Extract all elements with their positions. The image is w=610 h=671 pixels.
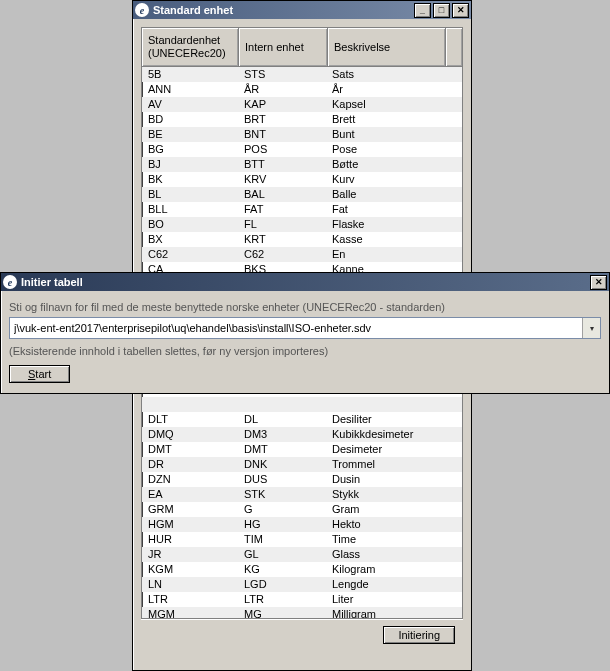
table-row[interactable]: ANNÅRÅr (142, 82, 462, 97)
cell-standard: C62 (142, 247, 238, 262)
cell-beskrivelse: Lengde (326, 577, 462, 592)
cell-intern: TIM (238, 532, 326, 547)
table-row[interactable]: LNLGDLengde (142, 577, 462, 592)
table-row[interactable]: MGMMGMilligram (142, 607, 462, 619)
cell-beskrivelse: Dusin (326, 472, 462, 487)
table-row[interactable]: JRGLGlass (142, 547, 462, 562)
cell-beskrivelse: Liter (326, 592, 462, 607)
cell-standard: BLL (142, 202, 238, 217)
table-row[interactable]: BEBNTBunt (142, 127, 462, 142)
cell-intern (238, 397, 326, 412)
initiering-button[interactable]: Initiering (383, 626, 455, 644)
cell-beskrivelse: Pose (326, 142, 462, 157)
table-row[interactable]: AVKAPKapsel (142, 97, 462, 112)
table-row[interactable]: HGMHGHekto (142, 517, 462, 532)
cell-beskrivelse: Fat (326, 202, 462, 217)
cell-beskrivelse: Kurv (326, 172, 462, 187)
table-row[interactable]: BLBALBalle (142, 187, 462, 202)
cell-intern: DM3 (238, 427, 326, 442)
table-row[interactable]: DRDNKTrommel (142, 457, 462, 472)
main-title: Standard enhet (153, 4, 414, 16)
table-row[interactable]: BOFLFlaske (142, 217, 462, 232)
table-row[interactable]: LTRLTRLiter (142, 592, 462, 607)
minimize-button[interactable]: _ (414, 3, 431, 18)
scroll-header-spacer (446, 28, 462, 66)
cell-beskrivelse: En (326, 247, 462, 262)
cell-intern: STK (238, 487, 326, 502)
col-header-beskrivelse[interactable]: Beskrivelse (328, 28, 446, 66)
col-header-intern[interactable]: Intern enhet (239, 28, 328, 66)
col-header-standard[interactable]: Standardenhet (UNECERec20) (142, 28, 239, 66)
cell-standard: BJ (142, 157, 238, 172)
table-row[interactable] (142, 397, 462, 412)
cell-beskrivelse: Glass (326, 547, 462, 562)
cell-intern: STS (238, 67, 326, 82)
dialog-close-button[interactable]: ✕ (590, 275, 607, 290)
dialog-body: Sti og filnavn for fil med de meste beny… (1, 291, 609, 393)
cell-intern: DNK (238, 457, 326, 472)
cell-beskrivelse: Hekto (326, 517, 462, 532)
close-button[interactable]: ✕ (452, 3, 469, 18)
cell-standard: EA (142, 487, 238, 502)
cell-beskrivelse: Trommel (326, 457, 462, 472)
cell-intern: BAL (238, 187, 326, 202)
table-row[interactable]: C62C62En (142, 247, 462, 262)
dialog-title: Initier tabell (21, 276, 590, 288)
cell-standard (142, 397, 238, 412)
table-row[interactable]: DMTDMTDesimeter (142, 442, 462, 457)
table-row[interactable]: DZNDUSDusin (142, 472, 462, 487)
cell-beskrivelse (326, 397, 462, 412)
table-row[interactable]: DMQDM3Kubikkdesimeter (142, 427, 462, 442)
path-label: Sti og filnavn for fil med de meste beny… (9, 301, 601, 313)
cell-beskrivelse: Desiliter (326, 412, 462, 427)
cell-intern: GL (238, 547, 326, 562)
main-titlebar[interactable]: e Standard enhet _ □ ✕ (133, 1, 471, 19)
table-row[interactable]: BLLFATFat (142, 202, 462, 217)
path-combobox[interactable]: ▾ (9, 317, 601, 339)
cell-intern: KRV (238, 172, 326, 187)
table-row[interactable]: DLTDLDesiliter (142, 412, 462, 427)
cell-standard: DLT (142, 412, 238, 427)
cell-standard: BO (142, 217, 238, 232)
cell-standard: DR (142, 457, 238, 472)
table-row[interactable]: BGPOSPose (142, 142, 462, 157)
cell-beskrivelse: Bunt (326, 127, 462, 142)
table-row[interactable]: BXKRTKasse (142, 232, 462, 247)
cell-standard: MGM (142, 607, 238, 619)
table-row[interactable]: BKKRVKurv (142, 172, 462, 187)
cell-beskrivelse: År (326, 82, 462, 97)
cell-intern: DUS (238, 472, 326, 487)
maximize-button[interactable]: □ (433, 3, 450, 18)
cell-standard: DMT (142, 442, 238, 457)
cell-intern: KAP (238, 97, 326, 112)
path-input[interactable] (10, 318, 582, 338)
table-row[interactable]: GRMGGram (142, 502, 462, 517)
cell-standard: LTR (142, 592, 238, 607)
cell-beskrivelse: Gram (326, 502, 462, 517)
cell-standard: BX (142, 232, 238, 247)
cell-intern: MG (238, 607, 326, 619)
cell-intern: LTR (238, 592, 326, 607)
cell-intern: ÅR (238, 82, 326, 97)
cell-intern: HG (238, 517, 326, 532)
table-row[interactable]: BDBRTBrett (142, 112, 462, 127)
table-row[interactable]: EASTKStykk (142, 487, 462, 502)
cell-standard: 5B (142, 67, 238, 82)
cell-intern: LGD (238, 577, 326, 592)
cell-standard: ANN (142, 82, 238, 97)
start-button[interactable]: Start (9, 365, 70, 383)
cell-beskrivelse: Stykk (326, 487, 462, 502)
table-row[interactable]: 5BSTSSats (142, 67, 462, 82)
cell-intern: G (238, 502, 326, 517)
table-row[interactable]: HURTIMTime (142, 532, 462, 547)
footer-bar: Initiering (141, 619, 463, 650)
dropdown-icon[interactable]: ▾ (582, 318, 600, 338)
cell-standard: BE (142, 127, 238, 142)
table-row[interactable]: KGMKGKilogram (142, 562, 462, 577)
dialog-note: (Eksisterende innhold i tabellen slettes… (9, 345, 601, 357)
cell-intern: DL (238, 412, 326, 427)
cell-beskrivelse: Bøtte (326, 157, 462, 172)
dialog-titlebar[interactable]: e Initier tabell ✕ (1, 273, 609, 291)
table-row[interactable]: BJBTTBøtte (142, 157, 462, 172)
window-buttons: _ □ ✕ (414, 3, 469, 18)
